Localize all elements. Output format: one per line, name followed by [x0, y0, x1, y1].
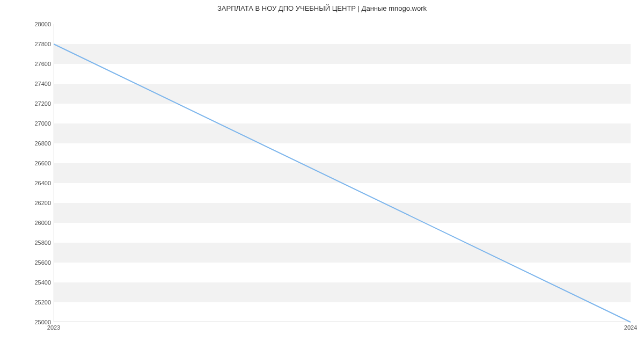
y-tick-label: 26800	[24, 140, 51, 147]
y-tick-label: 27000	[24, 120, 51, 127]
y-tick-label: 25400	[24, 279, 51, 286]
y-tick-label: 26600	[24, 160, 51, 166]
y-tick-label: 27600	[24, 61, 51, 67]
chart-container: ЗАРПЛАТА В НОУ ДПО УЧЕБНЫЙ ЦЕНТР | Данны…	[0, 0, 644, 349]
y-tick-label: 25600	[24, 259, 51, 266]
x-tick-label: 2024	[624, 324, 637, 331]
y-tick-label: 27200	[24, 100, 51, 107]
chart-title: ЗАРПЛАТА В НОУ ДПО УЧЕБНЫЙ ЦЕНТР | Данны…	[0, 4, 644, 12]
y-tick-label: 26200	[24, 200, 51, 206]
y-tick-label: 26000	[24, 220, 51, 226]
y-tick-label: 25200	[24, 299, 51, 306]
series-line-salary	[54, 44, 631, 322]
y-tick-label: 26400	[24, 180, 51, 186]
y-tick-label: 27800	[24, 41, 51, 47]
y-tick-label: 27400	[24, 81, 51, 87]
y-tick-label: 28000	[24, 21, 51, 27]
y-tick-label: 25800	[24, 239, 51, 246]
x-tick-label: 2023	[47, 324, 60, 331]
chart-line-layer	[54, 24, 631, 322]
